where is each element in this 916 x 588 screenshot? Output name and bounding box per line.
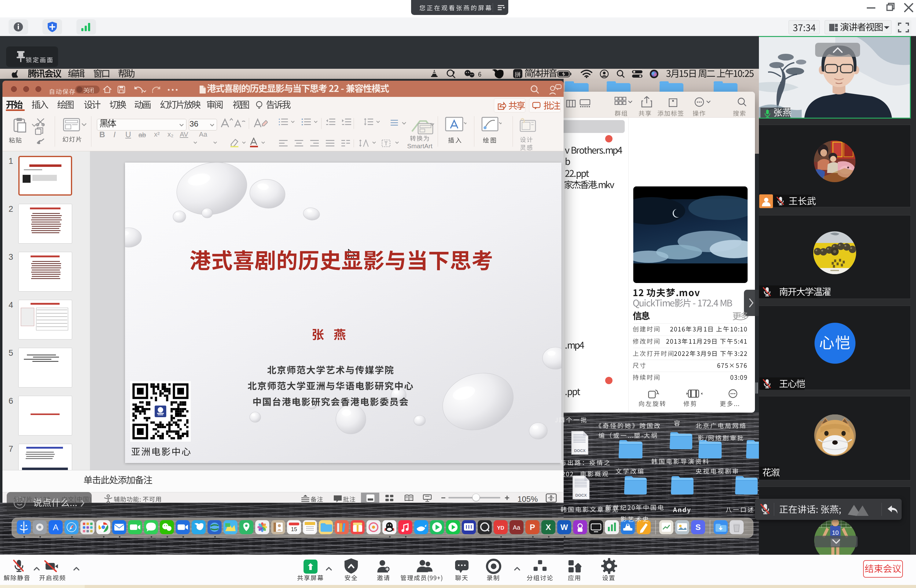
svg-text:DOCX: DOCX	[574, 448, 586, 453]
svg-text:15: 15	[291, 526, 297, 532]
svg-text:YD: YD	[497, 525, 504, 531]
svg-text:W: W	[561, 523, 568, 532]
svg-text:10: 10	[832, 529, 838, 536]
svg-text:Aa: Aa	[513, 524, 520, 531]
svg-text:X: X	[546, 523, 551, 532]
svg-text:DOCX: DOCX	[575, 493, 587, 498]
svg-text:S: S	[695, 523, 701, 532]
svg-text:A: A	[53, 523, 59, 532]
svg-text:P: P	[530, 523, 535, 532]
